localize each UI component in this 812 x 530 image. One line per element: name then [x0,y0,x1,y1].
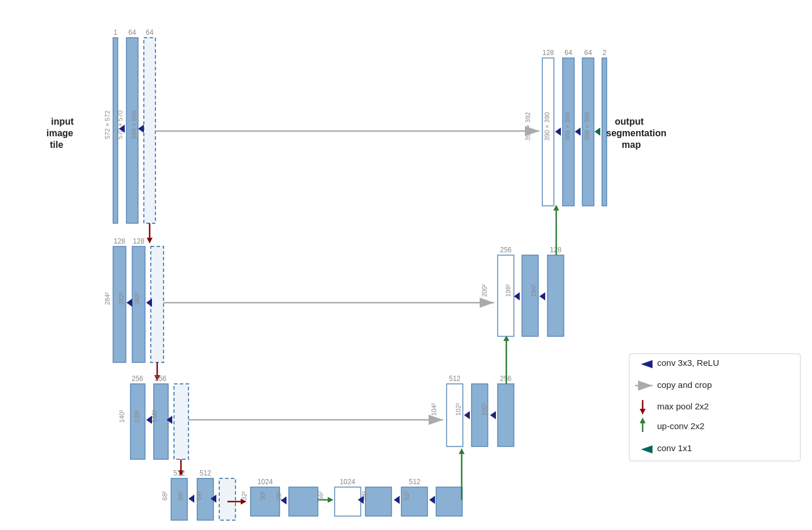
bn-dim1: 32² [241,491,248,500]
legend-conv-label: conv 3x3, ReLU [657,358,719,368]
dec4-dim1: 56² [317,491,324,500]
enc1-ch1-label: 1 [114,28,118,37]
dec4-ch1: 1024 [340,478,356,486]
input-label: input [51,117,74,126]
enc3-block3 [174,384,188,459]
enc2-ch1-label: 128 [114,237,125,245]
legend-copy-label: copy and crop [657,380,712,390]
dec2-dim1: 200² [481,284,488,297]
dec1-dim4: 388 × 388 [583,112,590,140]
enc4-dim3: 64² [195,491,202,500]
dec1-ch3: 64 [584,49,592,57]
dec3-dim2: 102² [455,403,462,416]
enc3-ch2-label: 256 [155,375,166,383]
output-label1: output [615,117,644,126]
dec3-ch1: 512 [449,375,461,383]
output-label2: segmentation [606,128,666,138]
dec2-dim2: 198² [505,284,512,297]
input-label2: image [46,128,73,138]
bn-dim2: 30² [259,491,266,500]
bn-dim3: 28² [276,491,282,500]
enc1-ch2-label: 64 [128,28,136,37]
enc2-ch2-label: 128 [133,237,144,245]
bn-block2 [289,487,318,516]
input-label3: tile [50,140,63,150]
dec3-dim3: 100² [481,403,488,416]
dec3-dim1: 104² [430,403,437,416]
dec1-ch1: 128 [542,49,554,57]
legend-maxpool-label: max pool 2x2 [657,401,709,411]
dec2-ch1: 256 [500,246,512,254]
dec2-dim3: 196² [530,284,537,297]
legend-conv1x1-label: conv 1x1 [657,443,692,453]
dec1-dim2: 390 × 390 [543,112,550,140]
enc3-dim2: 138² [133,410,140,423]
dec3-block2 [498,384,514,446]
dec4-dim3: 52² [403,491,410,500]
enc1-ch3-label: 64 [146,28,154,37]
dec2-block2 [548,255,564,336]
enc2-dim1: 284² [104,292,111,305]
enc4-dim1: 68² [161,491,168,500]
enc1-dim2: 570 × 570 [117,110,124,139]
enc1-dim3: 568 × 568 [130,110,137,139]
dec4-block3 [436,487,462,516]
dec4-ch2: 512 [409,478,420,486]
bn-ch-label: 1024 [258,478,273,486]
enc2-dim3: 280² [133,292,140,305]
enc1-block3 [144,38,155,223]
enc4-ch2-label: 512 [200,469,211,477]
dec4-block1 [365,487,392,516]
dec1-ch4: 2 [603,49,607,57]
enc3-dim1: 140² [118,410,125,423]
enc2-dim2: 282² [118,292,125,305]
dec1-dim3: 388 × 388 [564,112,571,140]
enc1-dim1: 572 × 572 [104,110,111,139]
enc3-ch1-label: 256 [132,375,143,383]
dec1-dim1: 392 × 392 [524,112,531,140]
legend-upconv-label: up-conv 2x2 [657,421,705,431]
enc2-block3 [151,246,164,362]
output-label3: map [622,140,641,150]
dec1-ch2: 64 [564,49,572,57]
enc4-dim2: 66² [177,491,184,500]
enc4-block3 [219,478,235,520]
enc4-ch1-label: 512 [173,469,185,477]
dec4-block-white [335,487,361,516]
